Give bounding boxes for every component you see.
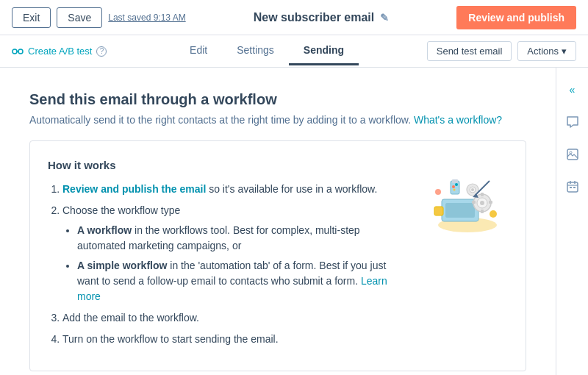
simple-workflow-bold: A simple workflow bbox=[77, 260, 167, 271]
workflow-illustration bbox=[420, 159, 508, 242]
subnav-right: Send test email Actions ▾ bbox=[427, 41, 576, 61]
steps-list: Review and publish the email so it's ava… bbox=[48, 182, 402, 347]
svg-point-8 bbox=[480, 201, 484, 205]
header-left: Exit Save Last saved 9:13 AM bbox=[12, 7, 186, 28]
sidebar-comments-icon[interactable] bbox=[556, 106, 589, 138]
header: Exit Save Last saved 9:13 AM New subscri… bbox=[0, 0, 588, 35]
sidebar-image-icon[interactable] bbox=[556, 138, 589, 171]
page-subtitle: Automatically send it to the right conta… bbox=[29, 114, 526, 126]
email-title-text: New subscriber email bbox=[254, 11, 375, 24]
actions-button[interactable]: Actions ▾ bbox=[517, 41, 576, 61]
actions-label: Actions bbox=[527, 46, 559, 57]
svg-point-18 bbox=[452, 185, 455, 188]
layout: Send this email through a workflow Autom… bbox=[0, 68, 588, 375]
nav-tabs: Edit Settings Sending bbox=[175, 37, 359, 65]
review-publish-button[interactable]: Review and publish bbox=[456, 6, 576, 29]
svg-rect-33 bbox=[573, 187, 576, 188]
svg-rect-17 bbox=[452, 179, 458, 183]
step-1: Review and publish the email so it's ava… bbox=[62, 182, 402, 197]
svg-point-24 bbox=[490, 210, 497, 218]
step2-text: Choose the workflow type bbox=[62, 204, 180, 216]
svg-rect-5 bbox=[445, 203, 475, 218]
tab-settings[interactable]: Settings bbox=[222, 37, 289, 65]
svg-point-19 bbox=[455, 183, 458, 186]
svg-point-0 bbox=[12, 49, 17, 54]
last-saved-label[interactable]: Last saved 9:13 AM bbox=[108, 12, 185, 23]
main-content: Send this email through a workflow Autom… bbox=[0, 68, 556, 375]
sidebar-collapse-icon[interactable]: « bbox=[556, 74, 589, 106]
step4-text: Turn on the workflow to start sending th… bbox=[62, 333, 279, 345]
header-right: Review and publish bbox=[456, 6, 576, 29]
email-title: New subscriber email ✎ bbox=[254, 11, 390, 24]
how-it-works-title: How it works bbox=[48, 159, 402, 171]
save-button[interactable]: Save bbox=[57, 7, 102, 28]
tab-sending[interactable]: Sending bbox=[289, 37, 359, 65]
subtitle-text: Automatically send it to the right conta… bbox=[29, 114, 411, 126]
step-3: Add the email to the workflow. bbox=[62, 310, 402, 326]
step1-link[interactable]: Review and publish the email bbox=[62, 183, 206, 195]
svg-rect-32 bbox=[570, 187, 572, 188]
workflow-svg bbox=[420, 159, 508, 240]
svg-rect-26 bbox=[567, 149, 578, 160]
svg-point-15 bbox=[471, 188, 474, 191]
svg-rect-28 bbox=[567, 182, 578, 192]
actions-chevron-icon: ▾ bbox=[562, 46, 567, 57]
svg-rect-11 bbox=[472, 201, 476, 204]
whats-workflow-link[interactable]: What's a workflow? bbox=[414, 114, 502, 126]
info-box-content: How it works Review and publish the emai… bbox=[48, 159, 402, 353]
step1-text: so it's available for use in a workflow. bbox=[209, 183, 377, 195]
ab-test-icon bbox=[12, 46, 24, 57]
exit-button[interactable]: Exit bbox=[12, 7, 51, 28]
step-4: Turn on the workflow to start sending th… bbox=[62, 332, 402, 347]
svg-rect-23 bbox=[434, 207, 443, 215]
send-test-button[interactable]: Send test email bbox=[427, 41, 512, 61]
right-sidebar: « bbox=[556, 68, 588, 375]
step-2: Choose the workflow type A workflow in t… bbox=[62, 203, 402, 304]
svg-point-27 bbox=[570, 151, 572, 154]
ab-test-info-icon[interactable]: ? bbox=[96, 46, 107, 57]
svg-point-25 bbox=[435, 189, 441, 195]
edit-title-icon[interactable]: ✎ bbox=[380, 12, 389, 24]
bullet-1: A workflow in the workflows tool. Best f… bbox=[77, 223, 402, 254]
svg-rect-12 bbox=[489, 201, 492, 204]
workflow-bold: A workflow bbox=[77, 224, 132, 236]
tab-edit[interactable]: Edit bbox=[175, 37, 222, 65]
sidebar-calendar-icon[interactable] bbox=[556, 171, 589, 203]
svg-rect-10 bbox=[481, 210, 484, 213]
how-it-works-box: How it works Review and publish the emai… bbox=[29, 140, 526, 371]
ab-test-label: Create A/B test bbox=[28, 46, 92, 57]
subnav: Create A/B test ? Edit Settings Sending … bbox=[0, 35, 588, 68]
bullet-2: A simple workflow in the 'automation tab… bbox=[77, 258, 402, 304]
step3-text: Add the email to the workflow. bbox=[62, 312, 199, 324]
svg-rect-9 bbox=[481, 193, 484, 196]
ab-test-link[interactable]: Create A/B test ? bbox=[12, 46, 107, 57]
svg-point-1 bbox=[18, 49, 23, 54]
page-title: Send this email through a workflow bbox=[29, 91, 526, 108]
svg-point-20 bbox=[453, 189, 456, 191]
